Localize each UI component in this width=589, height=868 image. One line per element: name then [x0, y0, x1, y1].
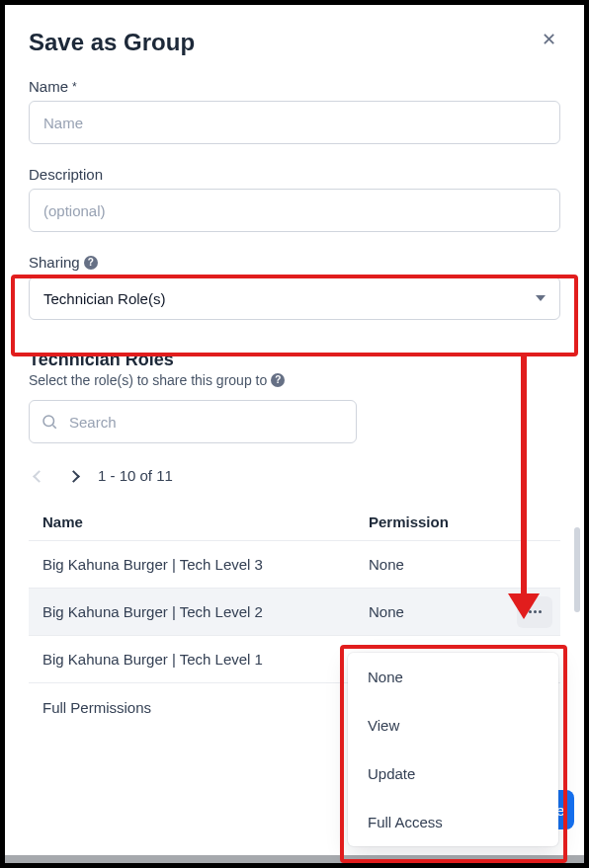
column-header-name: Name: [42, 513, 369, 530]
permission-option-update[interactable]: Update: [348, 750, 558, 798]
permission-option-view[interactable]: View: [348, 701, 558, 750]
required-mark: *: [72, 80, 77, 94]
description-input[interactable]: [29, 189, 560, 232]
ellipsis-icon: [529, 610, 532, 613]
description-label: Description: [29, 166, 103, 183]
scrollbar[interactable]: [574, 527, 580, 612]
roles-section-subtitle: Select the role(s) to share this group t…: [29, 372, 267, 388]
role-name: Big Kahuna Burger | Tech Level 1: [42, 651, 369, 668]
roles-section-title: Technician Roles: [29, 350, 560, 370]
dialog-title: Save as Group: [29, 29, 195, 56]
pager-range: 1 - 10 of 11: [98, 467, 173, 484]
sharing-field-group: Sharing ? Technician Role(s): [29, 254, 560, 320]
role-permission: None: [369, 556, 547, 573]
column-header-permission: Permission: [369, 513, 547, 530]
help-icon[interactable]: ?: [84, 256, 98, 270]
permission-option-none[interactable]: None: [348, 653, 558, 701]
table-row[interactable]: Big Kahuna Burger | Tech Level 3 None: [29, 541, 560, 589]
close-icon[interactable]: ✕: [538, 29, 560, 50]
chevron-left-icon: [33, 470, 45, 483]
description-field-group: Description: [29, 166, 560, 232]
pager-next-button[interactable]: [63, 461, 84, 490]
table-row[interactable]: Big Kahuna Burger | Tech Level 2 None: [29, 589, 560, 636]
row-actions-button[interactable]: [517, 596, 552, 628]
role-name: Big Kahuna Burger | Tech Level 2: [42, 603, 369, 620]
role-name: Full Permissions: [42, 699, 369, 716]
sharing-value: Technician Role(s): [43, 290, 165, 307]
name-label: Name: [29, 78, 68, 95]
chevron-down-icon: [536, 295, 546, 301]
name-input[interactable]: [29, 101, 560, 144]
svg-point-0: [43, 416, 54, 427]
sharing-label: Sharing: [29, 254, 80, 271]
permission-option-full-access[interactable]: Full Access: [348, 798, 558, 846]
help-icon[interactable]: ?: [271, 373, 285, 387]
search-icon: [41, 413, 58, 431]
pager: 1 - 10 of 11: [29, 461, 560, 490]
chevron-right-icon: [67, 470, 80, 483]
roles-search-input[interactable]: [29, 400, 357, 443]
sharing-select[interactable]: Technician Role(s): [29, 276, 560, 320]
decorative-strip: [5, 855, 584, 863]
role-name: Big Kahuna Burger | Tech Level 3: [42, 556, 369, 573]
permission-menu: None View Update Full Access: [348, 653, 558, 846]
svg-line-1: [52, 425, 55, 428]
name-field-group: Name *: [29, 78, 560, 144]
pager-prev-button[interactable]: [29, 461, 49, 490]
